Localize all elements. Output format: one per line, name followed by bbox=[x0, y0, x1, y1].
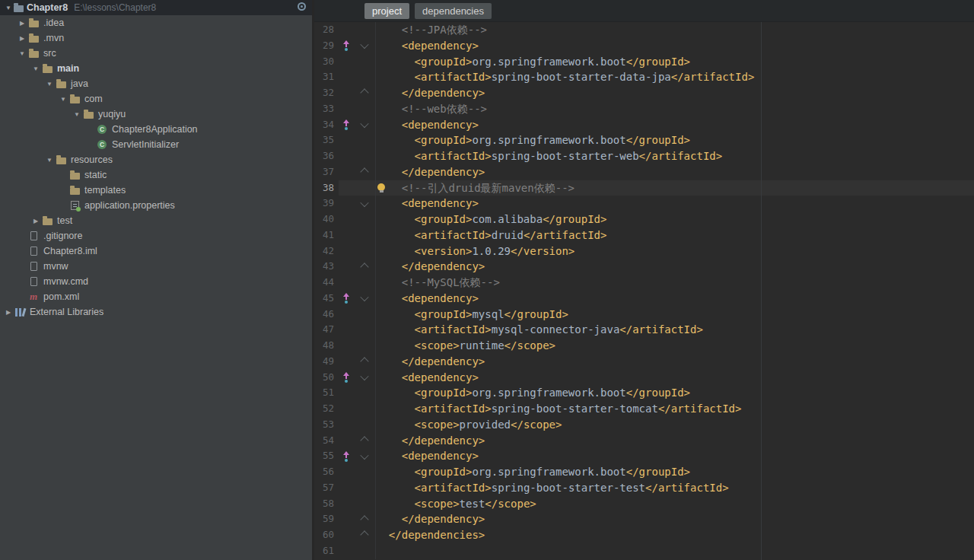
chevron-expanded-icon[interactable]: ▼ bbox=[58, 96, 68, 103]
tree-item-idea[interactable]: ▶.idea bbox=[0, 15, 312, 30]
code-text[interactable]: <dependency> bbox=[375, 196, 974, 212]
code-text[interactable] bbox=[375, 543, 974, 559]
fold-marker-open-icon[interactable] bbox=[360, 451, 368, 460]
code-text[interactable]: </dependencies> bbox=[375, 527, 974, 543]
code-text[interactable]: <artifactId>spring-boot-starter-tomcat</… bbox=[375, 401, 974, 417]
tree-item-external-libraries[interactable]: ▶External Libraries bbox=[0, 304, 312, 320]
code-text[interactable]: </dependency> bbox=[375, 164, 974, 180]
code-text[interactable]: <version>1.0.29</version> bbox=[375, 243, 974, 259]
code-text[interactable]: <artifactId>mysql-connector-java</artifa… bbox=[375, 322, 974, 338]
code-text[interactable]: <!--web依赖--> bbox=[375, 101, 974, 117]
fold-marker-open-icon[interactable] bbox=[360, 199, 368, 207]
chevron-expanded-icon[interactable]: ▼ bbox=[72, 111, 82, 118]
scroll-from-source-icon[interactable] bbox=[298, 2, 306, 11]
gutter-fold-cell bbox=[354, 401, 375, 417]
fold-marker-close-icon[interactable] bbox=[360, 89, 368, 97]
code-text[interactable]: </dependency> bbox=[375, 85, 974, 101]
fold-marker-open-icon[interactable] bbox=[360, 40, 368, 49]
code-text[interactable]: <groupId>mysql</groupId> bbox=[375, 307, 974, 323]
intention-bulb-icon[interactable] bbox=[377, 183, 385, 191]
code-text[interactable]: <artifactId>spring-boot-starter-web</art… bbox=[375, 148, 974, 164]
breadcrumb-dependencies[interactable]: dependencies bbox=[415, 3, 492, 19]
maven-dependency-gutter-icon[interactable] bbox=[342, 293, 350, 304]
code-text[interactable]: <groupId>org.springframework.boot</group… bbox=[375, 132, 974, 148]
tree-item-servletinitializer[interactable]: CServletInitializer bbox=[0, 137, 312, 152]
tree-item-test[interactable]: ▶test bbox=[0, 213, 312, 228]
tree-item-com[interactable]: ▼com bbox=[0, 91, 312, 107]
project-root-row[interactable]: ▼ Chapter8 E:\lessons\Chapter8 bbox=[0, 0, 312, 15]
maven-dependency-gutter-icon[interactable] bbox=[342, 451, 350, 462]
maven-dependency-gutter-icon[interactable] bbox=[342, 119, 350, 130]
code-text[interactable]: </dependency> bbox=[375, 511, 974, 527]
code-text[interactable]: <groupId>org.springframework.boot</group… bbox=[375, 54, 974, 70]
tree-item-pom-xml[interactable]: mpom.xml bbox=[0, 289, 312, 304]
chevron-collapsed-icon[interactable]: ▶ bbox=[17, 35, 27, 42]
chevron-expanded-icon[interactable]: ▼ bbox=[3, 5, 14, 11]
code-text[interactable]: <!--JPA依赖--> bbox=[375, 22, 974, 38]
chevron-expanded-icon[interactable]: ▼ bbox=[44, 157, 55, 164]
tree-item-main[interactable]: ▼main bbox=[0, 61, 312, 76]
breadcrumb-project[interactable]: project bbox=[364, 3, 409, 19]
code-text[interactable]: <scope>test</scope> bbox=[375, 496, 974, 512]
maven-dependency-gutter-icon[interactable] bbox=[342, 372, 350, 383]
code-text[interactable]: <dependency> bbox=[375, 38, 974, 54]
maven-dependency-gutter-icon[interactable] bbox=[342, 40, 350, 51]
chevron-expanded-icon[interactable]: ▼ bbox=[44, 81, 55, 88]
tree-item-mvnw[interactable]: mvnw bbox=[0, 259, 312, 274]
code-text[interactable]: <groupId>com.alibaba</groupId> bbox=[375, 212, 974, 228]
code-text[interactable]: <!--MySQL依赖--> bbox=[375, 275, 974, 291]
fold-marker-open-icon[interactable] bbox=[360, 119, 368, 128]
code-text[interactable]: <artifactId>spring-boot-starter-data-jpa… bbox=[375, 69, 974, 85]
chevron-expanded-icon[interactable]: ▼ bbox=[30, 65, 41, 72]
code-text[interactable]: <dependency> bbox=[375, 291, 974, 307]
tree-item-chapter8application[interactable]: CChapter8Application bbox=[0, 122, 312, 137]
gutter-icon-cell bbox=[339, 117, 354, 133]
tree-item-java[interactable]: ▼java bbox=[0, 76, 312, 91]
code-text[interactable]: <groupId>org.springframework.boot</group… bbox=[375, 464, 974, 480]
tree-item-static[interactable]: static bbox=[0, 167, 312, 183]
chevron-collapsed-icon[interactable]: ▶ bbox=[17, 20, 27, 27]
code-text[interactable]: <artifactId>druid</artifactId> bbox=[375, 228, 974, 243]
gutter-fold-cell bbox=[354, 132, 375, 148]
fold-marker-open-icon[interactable] bbox=[360, 372, 368, 380]
tree-item-application-properties[interactable]: application.properties bbox=[0, 198, 312, 213]
tree-item-label: application.properties bbox=[84, 200, 175, 211]
chevron-collapsed-icon[interactable]: ▶ bbox=[3, 309, 14, 316]
code-text[interactable]: <scope>provided</scope> bbox=[375, 417, 974, 433]
tree-item-mvn[interactable]: ▶.mvn bbox=[0, 30, 312, 46]
code-text[interactable]: <!--引入druid最新maven依赖--> bbox=[375, 180, 974, 196]
fold-marker-close-icon[interactable] bbox=[360, 531, 368, 539]
tree-item-templates[interactable]: templates bbox=[0, 183, 312, 198]
code-text[interactable]: </dependency> bbox=[375, 433, 974, 449]
gutter-icon-cell bbox=[339, 511, 354, 527]
code-line-58: 58 <scope>test</scope> bbox=[314, 496, 974, 512]
tree-item-chapter8-iml[interactable]: Chapter8.iml bbox=[0, 243, 312, 259]
tree-item-mvnw-cmd[interactable]: mvnw.cmd bbox=[0, 274, 312, 289]
fold-marker-close-icon[interactable] bbox=[360, 262, 368, 271]
tree-item-src[interactable]: ▼src bbox=[0, 46, 312, 61]
tree-item-resources[interactable]: ▼resources bbox=[0, 152, 312, 167]
code-text[interactable]: <scope>runtime</scope> bbox=[375, 338, 974, 354]
chevron-expanded-icon[interactable]: ▼ bbox=[17, 50, 27, 57]
fold-marker-close-icon[interactable] bbox=[360, 357, 368, 365]
line-number: 51 bbox=[314, 385, 339, 401]
code-text[interactable]: <groupId>org.springframework.boot</group… bbox=[375, 385, 974, 401]
gutter-icon-cell bbox=[339, 243, 354, 259]
tree-item-gitignore[interactable]: .gitignore bbox=[0, 228, 312, 243]
maven-icon: m bbox=[27, 292, 40, 301]
code-line-49: 49 </dependency> bbox=[314, 354, 974, 370]
fold-marker-close-icon[interactable] bbox=[360, 436, 368, 444]
code-text[interactable]: <dependency> bbox=[375, 117, 974, 133]
gutter-icon-cell bbox=[339, 228, 354, 243]
fold-marker-open-icon[interactable] bbox=[360, 293, 368, 301]
code-text[interactable]: <dependency> bbox=[375, 448, 974, 464]
chevron-collapsed-icon[interactable]: ▶ bbox=[30, 218, 41, 224]
code-text[interactable]: <dependency> bbox=[375, 370, 974, 386]
fold-marker-close-icon[interactable] bbox=[360, 515, 368, 523]
fold-marker-close-icon[interactable] bbox=[360, 167, 368, 176]
code-text[interactable]: <artifactId>spring-boot-starter-test</ar… bbox=[375, 480, 974, 496]
code-text[interactable]: </dependency> bbox=[375, 354, 974, 370]
code-text[interactable]: </dependency> bbox=[375, 259, 974, 275]
folder-icon bbox=[27, 49, 40, 58]
tree-item-yuqiyu[interactable]: ▼yuqiyu bbox=[0, 107, 312, 122]
